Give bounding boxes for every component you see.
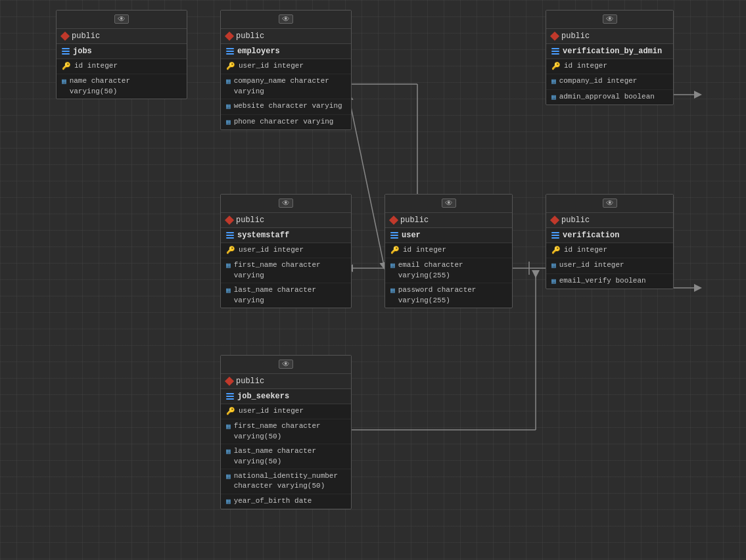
user-schema: public (385, 213, 512, 228)
ss-schema: public (221, 213, 351, 228)
employers-col3-icon: ▦ (226, 118, 231, 128)
js-table-icon (226, 393, 234, 400)
js-col2-icon: ▦ (226, 447, 231, 457)
ver-schema-label: public (561, 216, 590, 225)
employers-key-icon: 🔑 (226, 62, 235, 72)
js-schema-icon (225, 377, 234, 386)
ver-table-icon (551, 232, 559, 239)
ss-eye-header: 👁 (221, 195, 351, 213)
user-key-icon: 🔑 (390, 246, 400, 256)
user-field-password: ▦ password character varying(255) (385, 283, 512, 308)
ver-eye-header: 👁 (546, 195, 673, 213)
ss-schema-label: public (236, 216, 264, 225)
table-systemstaff[interactable]: 👁 public systemstaff 🔑 user_id integer ▦… (220, 194, 352, 308)
js-col1-icon: ▦ (226, 422, 231, 432)
ss-key-icon: 🔑 (226, 246, 235, 256)
vba-schema-label: public (561, 32, 590, 41)
vba-schema: public (546, 29, 673, 44)
ver-field-id: 🔑 id integer (546, 243, 673, 258)
ss-tablename: systemstaff (221, 228, 351, 243)
employers-eye-icon: 👁 (279, 14, 293, 24)
ss-eye-icon: 👁 (279, 198, 293, 208)
user-field-id: 🔑 id integer (385, 243, 512, 258)
employers-table-icon (226, 48, 234, 55)
jobs-field-id: 🔑 id integer (57, 59, 187, 74)
ver-tablename: verification (546, 228, 673, 243)
table-user[interactable]: 👁 public user 🔑 id integer ▦ email chara… (385, 194, 513, 308)
employers-schema: public (221, 29, 351, 44)
user-table-icon (390, 232, 398, 239)
vba-col1-icon: ▦ (551, 77, 556, 87)
user-eye-icon: 👁 (442, 198, 456, 208)
jobs-tablename: jobs (57, 44, 187, 59)
table-verification-by-admin[interactable]: 👁 public verification_by_admin 🔑 id inte… (546, 10, 674, 105)
svg-line-0 (348, 95, 385, 268)
js-field-lastname: ▦ last_name character varying(50) (221, 444, 351, 469)
employers-field-userid: 🔑 user_id integer (221, 59, 351, 74)
user-field-email: ▦ email character varying(255) (385, 258, 512, 283)
user-schema-label: public (400, 216, 429, 225)
employers-field-website: ▦ website character varying (221, 99, 351, 114)
employers-schema-icon (225, 32, 234, 41)
vba-table-icon (551, 48, 559, 55)
vba-eye-icon: 👁 (603, 14, 617, 24)
js-col4-icon: ▦ (226, 497, 231, 507)
vba-field-id: 🔑 id integer (546, 59, 673, 74)
js-key-icon: 🔑 (226, 407, 235, 417)
js-eye-icon: 👁 (279, 360, 293, 369)
js-eye-header: 👁 (221, 356, 351, 374)
vba-schema-icon (550, 32, 559, 41)
ver-field-userid: ▦ user_id integer (546, 258, 673, 273)
vba-col2-icon: ▦ (551, 93, 556, 103)
user-eye-header: 👁 (385, 195, 512, 213)
ss-schema-icon (225, 216, 234, 225)
user-col2-icon: ▦ (390, 286, 395, 296)
user-tablename: user (385, 228, 512, 243)
ver-col2-icon: ▦ (551, 277, 556, 287)
vba-field-approval: ▦ admin_approval boolean (546, 90, 673, 105)
employers-tablename: employers (221, 44, 351, 59)
ss-col1-icon: ▦ (226, 261, 231, 271)
js-field-yob: ▦ year_of_birth date (221, 494, 351, 509)
ss-col2-icon: ▦ (226, 286, 231, 296)
jobs-col-icon: ▦ (62, 77, 66, 87)
ver-eye-icon: 👁 (603, 198, 617, 208)
jobs-key-icon: 🔑 (62, 62, 71, 72)
table-verification[interactable]: 👁 public verification 🔑 id integer ▦ use… (546, 194, 674, 289)
employers-field-phone: ▦ phone character varying (221, 115, 351, 129)
user-col1-icon: ▦ (390, 261, 395, 271)
user-schema-icon (389, 216, 398, 225)
ver-key-icon: 🔑 (551, 246, 561, 256)
jobs-eye-header: 👁 (57, 11, 187, 29)
table-job-seekers[interactable]: 👁 public job_seekers 🔑 user_id integer ▦… (220, 355, 352, 509)
jobs-schema: public (57, 29, 187, 44)
jobs-eye-icon: 👁 (114, 14, 129, 24)
ver-schema: public (546, 213, 673, 228)
js-field-userid: 🔑 user_id integer (221, 404, 351, 419)
ver-col1-icon: ▦ (551, 261, 556, 271)
vba-tablename: verification_by_admin (546, 44, 673, 59)
vba-field-company: ▦ company_id integer (546, 74, 673, 89)
jobs-field-name: ▦ name character varying(50) (57, 74, 187, 99)
js-field-natid: ▦ national_identity_number character var… (221, 469, 351, 494)
employers-col2-icon: ▦ (226, 102, 231, 112)
ver-field-emailverify: ▦ email_verify boolean (546, 274, 673, 289)
js-schema: public (221, 374, 351, 389)
js-schema-label: public (236, 377, 264, 386)
employers-col1-icon: ▦ (226, 77, 231, 87)
js-field-firstname: ▦ first_name character varying(50) (221, 419, 351, 444)
employers-schema-label: public (236, 32, 264, 41)
vba-key-icon: 🔑 (551, 62, 561, 72)
employers-eye-header: 👁 (221, 11, 351, 29)
table-jobs[interactable]: 👁 public jobs 🔑 id integer ▦ name charac… (56, 10, 187, 99)
ss-field-userid: 🔑 user_id integer (221, 243, 351, 258)
vba-eye-header: 👁 (546, 11, 673, 29)
table-employers[interactable]: 👁 public employers 🔑 user_id integer ▦ c… (220, 10, 352, 130)
employers-field-company: ▦ company_name character varying (221, 74, 351, 99)
jobs-schema-label: public (72, 32, 100, 41)
js-col3-icon: ▦ (226, 472, 231, 482)
jobs-table-icon (62, 48, 70, 55)
ss-field-lastname: ▦ last_name character varying (221, 283, 351, 308)
js-tablename: job_seekers (221, 389, 351, 404)
ver-schema-icon (550, 216, 559, 225)
